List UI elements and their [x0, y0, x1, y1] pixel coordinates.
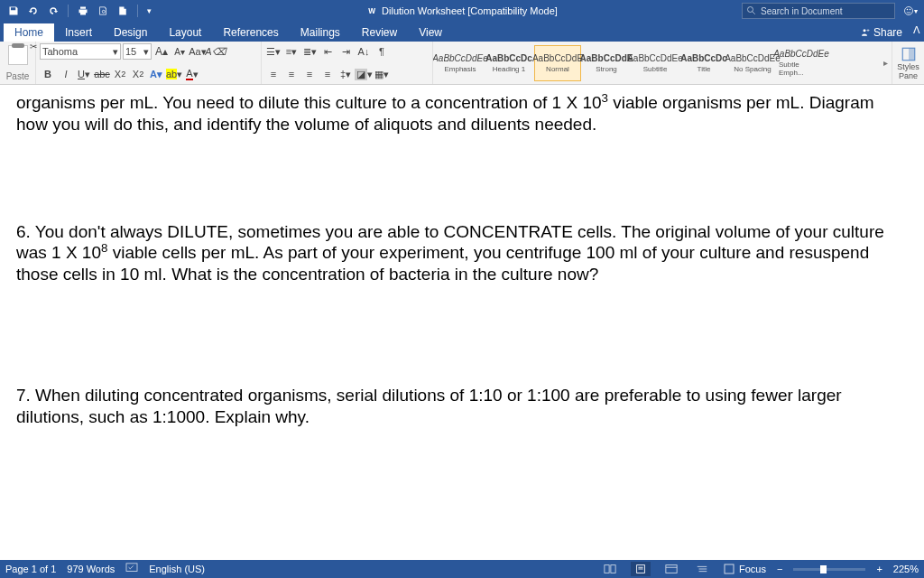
tab-references[interactable]: References: [212, 23, 289, 42]
bold-button[interactable]: B: [40, 66, 56, 82]
change-case-icon[interactable]: Aa▾: [189, 43, 206, 60]
align-center-icon[interactable]: ≡: [283, 66, 300, 82]
zoom-out-button[interactable]: −: [777, 564, 782, 574]
align-right-icon[interactable]: ≡: [301, 66, 318, 82]
view-print-icon[interactable]: [631, 562, 651, 576]
numbering-icon[interactable]: ≡▾: [283, 43, 300, 60]
tab-mailings[interactable]: Mailings: [290, 23, 351, 42]
svg-text:W: W: [368, 7, 375, 15]
zoom-level[interactable]: 225%: [893, 564, 919, 574]
superscript-button[interactable]: X2: [130, 66, 146, 82]
print-preview-icon[interactable]: [95, 3, 111, 19]
styles-pane-icon: [901, 46, 917, 62]
tab-insert[interactable]: Insert: [54, 23, 103, 42]
style-strong[interactable]: AaBbCcDdEStrong: [583, 45, 630, 81]
view-focus-button[interactable]: Focus: [723, 562, 766, 576]
document-area[interactable]: organisms per mL. You need to dilute thi…: [0, 85, 924, 560]
svg-point-0: [102, 10, 105, 13]
justify-icon[interactable]: ≡: [319, 66, 336, 82]
language-indicator[interactable]: English (US): [149, 564, 205, 574]
styles-pane-button[interactable]: Styles Pane: [892, 42, 924, 84]
borders-icon[interactable]: ▦▾: [374, 66, 390, 82]
svg-rect-12: [605, 565, 609, 573]
redo-icon[interactable]: [45, 3, 61, 19]
styles-gallery: AaBbCcDdEeEmphasisAaBbCcDcHeading 1AaBbC…: [433, 42, 880, 84]
font-size-select[interactable]: 15▾: [123, 43, 152, 60]
svg-point-5: [907, 9, 909, 11]
new-doc-icon[interactable]: [115, 3, 131, 19]
share-button[interactable]: + Share: [850, 23, 919, 42]
paragraph: 6. You don't always DILUTE, sometimes yo…: [16, 221, 908, 285]
svg-rect-1: [366, 5, 377, 16]
undo-icon[interactable]: [25, 3, 42, 19]
svg-point-3: [748, 7, 753, 13]
svg-rect-22: [725, 564, 734, 573]
view-web-icon[interactable]: [661, 562, 681, 576]
style-emphasis[interactable]: AaBbCcDdEeEmphasis: [437, 45, 484, 81]
styles-more-icon[interactable]: ▸: [880, 58, 892, 68]
zoom-in-button[interactable]: +: [876, 564, 882, 574]
spellcheck-icon[interactable]: [125, 563, 138, 575]
view-outline-icon[interactable]: [692, 562, 712, 576]
underline-button[interactable]: U▾: [76, 66, 92, 82]
svg-point-4: [905, 7, 913, 15]
search-input[interactable]: Search in Document: [742, 3, 895, 19]
save-icon[interactable]: [5, 3, 22, 19]
style-normal[interactable]: AaBbCcDdENormal: [534, 45, 581, 81]
align-left-icon[interactable]: ≡: [265, 66, 282, 82]
bullets-icon[interactable]: ☰▾: [265, 43, 282, 60]
shrink-font-icon[interactable]: A▾: [171, 43, 188, 60]
paste-icon[interactable]: [8, 45, 28, 65]
font-name-select[interactable]: Tahoma▾: [40, 43, 121, 60]
italic-button[interactable]: I: [58, 66, 74, 82]
decrease-indent-icon[interactable]: ⇤: [319, 43, 336, 60]
style-title[interactable]: AaBbCcDcTitle: [680, 45, 727, 81]
show-marks-icon[interactable]: ¶: [374, 43, 390, 60]
text-effects-icon[interactable]: A▾: [148, 66, 164, 82]
view-read-icon[interactable]: [600, 562, 620, 576]
sort-icon[interactable]: A↓: [356, 43, 372, 60]
multilevel-icon[interactable]: ≣▾: [301, 43, 318, 60]
svg-point-7: [863, 29, 865, 32]
share-icon: +: [859, 27, 870, 38]
zoom-slider[interactable]: [793, 568, 865, 571]
collapse-ribbon-icon[interactable]: ᐱ: [913, 24, 920, 36]
tab-view[interactable]: View: [408, 23, 453, 42]
style-no-spacing[interactable]: AaBbCcDdEeNo Spacing: [729, 45, 776, 81]
svg-rect-17: [666, 565, 677, 573]
page-indicator[interactable]: Page 1 of 1: [5, 564, 56, 574]
paragraph: 7. When diluting concentrated organisms,…: [16, 385, 908, 428]
tab-design[interactable]: Design: [103, 23, 158, 42]
svg-rect-10: [909, 48, 915, 61]
clear-format-icon[interactable]: A⌫: [208, 43, 224, 60]
paragraph-group: ☰▾ ≡▾ ≣▾ ⇤ ⇥ A↓ ¶ ≡ ≡ ≡ ≡ ‡▾ ◪▾ ▦▾: [262, 42, 433, 84]
ribbon: ✂ Paste Tahoma▾ 15▾ A▴ A▾ Aa▾ A⌫ B I U▾ …: [0, 42, 924, 85]
font-group: Tahoma▾ 15▾ A▴ A▾ Aa▾ A⌫ B I U▾ abc X2 X…: [36, 42, 262, 84]
word-icon: W: [366, 5, 377, 16]
word-count[interactable]: 979 Words: [67, 564, 115, 574]
grow-font-icon[interactable]: A▴: [153, 43, 170, 60]
tab-review[interactable]: Review: [351, 23, 408, 42]
print-icon[interactable]: [75, 3, 91, 19]
line-spacing-icon[interactable]: ‡▾: [337, 66, 354, 82]
subscript-button[interactable]: X2: [112, 66, 128, 82]
title-bar: ▾ W Dilution Worksheet [Compatibility Mo…: [0, 0, 924, 22]
clipboard-group: ✂ Paste: [0, 42, 36, 84]
status-bar: Page 1 of 1 979 Words English (US) Focus…: [0, 560, 924, 578]
increase-indent-icon[interactable]: ⇥: [337, 43, 354, 60]
font-color-icon[interactable]: A▾: [184, 66, 200, 82]
qat-dropdown-icon[interactable]: ▾: [144, 3, 153, 19]
style-subtle-emph-[interactable]: AaBbCcDdEeSubtle Emph...: [778, 45, 825, 81]
cut-icon[interactable]: ✂: [30, 42, 37, 51]
highlight-icon[interactable]: ab▾: [166, 66, 182, 82]
ribbon-tabs: HomeInsertDesignLayoutReferencesMailings…: [0, 22, 924, 42]
tab-home[interactable]: Home: [4, 23, 54, 42]
paste-label[interactable]: Paste: [6, 71, 30, 82]
tab-layout[interactable]: Layout: [158, 23, 212, 42]
style-heading-1[interactable]: AaBbCcDcHeading 1: [485, 45, 532, 81]
style-subtitle[interactable]: AaBbCcDdEeSubtitle: [632, 45, 679, 81]
smiley-icon[interactable]: ▾: [902, 3, 919, 19]
strikethrough-button[interactable]: abc: [94, 66, 110, 82]
svg-point-6: [910, 9, 911, 11]
shading-icon[interactable]: ◪▾: [356, 66, 372, 82]
